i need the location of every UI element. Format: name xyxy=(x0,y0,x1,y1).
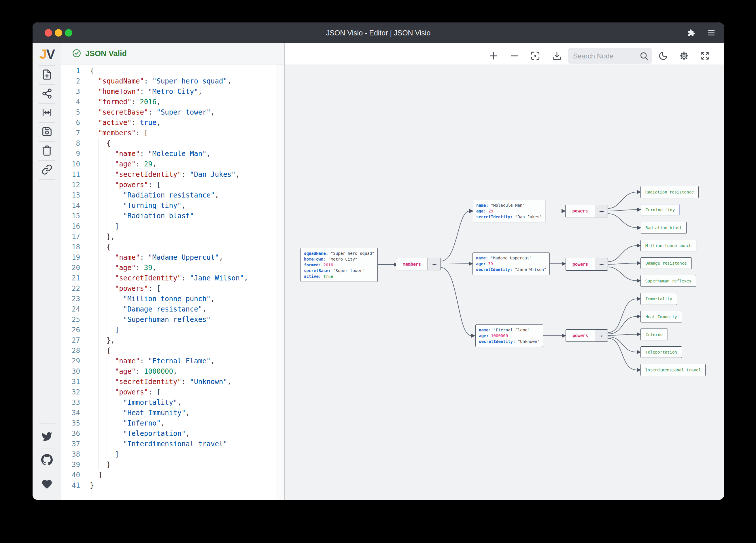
share-link-button[interactable] xyxy=(41,164,53,176)
code-line[interactable]: 29 "name": "Eternal Flame", xyxy=(61,356,284,366)
code-line[interactable]: 35 "Inferno", xyxy=(61,418,284,428)
code-line[interactable]: 28 { xyxy=(61,345,284,356)
editor-scrollbar[interactable] xyxy=(276,65,284,500)
code-line[interactable]: 5 "secretBase": "Super tower", xyxy=(61,107,284,118)
code-line[interactable]: 14 "Turning tiny", xyxy=(61,201,284,211)
validation-status: JSON Valid xyxy=(61,43,284,65)
app-logo[interactable]: JV xyxy=(33,47,61,62)
collapse-button[interactable]: →← xyxy=(595,205,608,217)
github-link[interactable] xyxy=(41,454,53,466)
download-button[interactable] xyxy=(552,51,562,61)
code-line[interactable]: 12 "powers": [ xyxy=(61,180,284,190)
code-line[interactable]: 33 "Immortality", xyxy=(61,397,284,408)
code-line[interactable]: 9 "name": "Molecule Man", xyxy=(61,149,284,159)
node-power-leaf[interactable]: Radiation resistance xyxy=(640,186,699,198)
code-line[interactable]: 30 "age": 1000000, xyxy=(61,366,284,376)
code-line[interactable]: 34 "Heat Immunity", xyxy=(61,408,284,418)
heart-icon xyxy=(41,478,53,491)
divider xyxy=(39,122,55,123)
code-line[interactable]: 16 ] xyxy=(61,221,284,232)
node-powers-0[interactable]: powers →← xyxy=(565,205,608,218)
code-line[interactable]: 22 "powers": [ xyxy=(61,283,284,294)
node-powers-label: powers xyxy=(566,330,595,341)
code-line[interactable]: 6 "active": true, xyxy=(61,118,284,128)
code-line[interactable]: 27 }, xyxy=(61,335,284,345)
code-line[interactable]: 20 "age": 39, xyxy=(61,263,284,273)
fullscreen-button[interactable] xyxy=(700,51,710,61)
code-line[interactable]: 36 "Teleportation", xyxy=(61,428,284,439)
delete-button[interactable] xyxy=(41,145,53,157)
node-power-leaf[interactable]: Superhuman reflexes xyxy=(640,275,696,287)
code-line[interactable]: 38 ] xyxy=(61,449,284,459)
code-line[interactable]: 26 ] xyxy=(61,325,284,335)
node-power-leaf-selected[interactable]: Turning tiny xyxy=(641,204,680,215)
settings-button[interactable] xyxy=(679,51,689,61)
code-line[interactable]: 25 "Superhuman reflexes" xyxy=(61,314,284,325)
twitter-link[interactable] xyxy=(41,430,53,443)
node-power-leaf[interactable]: Interdimensional travel xyxy=(640,364,706,376)
collapse-button[interactable]: →← xyxy=(595,258,608,271)
code-line[interactable]: 1{ xyxy=(61,66,284,76)
extensions-icon[interactable] xyxy=(686,28,696,38)
code-line[interactable]: 2 "squadName": "Super hero squad", xyxy=(61,76,284,86)
graph-view-button[interactable] xyxy=(41,88,53,100)
code-line[interactable]: 7 "members": [ xyxy=(61,128,284,138)
code-line[interactable]: 32 "powers": [ xyxy=(61,387,284,397)
code-line[interactable]: 39 } xyxy=(61,459,284,470)
code-line[interactable]: 31 "secretIdentity": "Unknown", xyxy=(61,376,284,387)
search-icon[interactable] xyxy=(639,51,649,62)
code-editor[interactable]: 1{2 "squadName": "Super hero squad",3 "h… xyxy=(61,65,284,500)
zoom-out-button[interactable] xyxy=(509,51,520,61)
node-member-2[interactable]: name: "Eternal Flame"age: 1000000secretI… xyxy=(475,324,543,347)
focus-view-button[interactable] xyxy=(530,51,540,61)
node-power-leaf[interactable]: Million tonne punch xyxy=(640,240,696,252)
code-line[interactable]: 37 "Interdimensional travel" xyxy=(61,439,284,449)
node-member-0[interactable]: name: "Molecule Man"age: 29secretIdentit… xyxy=(473,200,545,222)
code-line[interactable]: 13 "Radiation resistance", xyxy=(61,190,284,201)
code-line[interactable]: 18 { xyxy=(61,242,284,252)
divider xyxy=(39,141,55,142)
save-button[interactable] xyxy=(41,126,53,138)
code-line[interactable]: 4 "formed": 2016, xyxy=(61,97,284,107)
code-line[interactable]: 17 }, xyxy=(61,232,284,242)
node-power-leaf[interactable]: Damage resistance xyxy=(640,258,692,269)
node-powers-2[interactable]: powers →← xyxy=(566,329,608,342)
node-power-leaf[interactable]: Immortality xyxy=(640,293,677,305)
code-line[interactable]: 21 "secretIdentity": "Jane Wilson", xyxy=(61,273,284,283)
download-icon xyxy=(552,51,562,62)
node-power-leaf[interactable]: Heat Immunity xyxy=(640,311,682,322)
collapse-button[interactable]: →← xyxy=(428,258,441,270)
node-power-leaf[interactable]: Inferno xyxy=(640,328,668,340)
code-line[interactable]: 11 "secretIdentity": "Dan Jukes", xyxy=(61,169,284,180)
dark-mode-toggle[interactable] xyxy=(658,51,668,61)
new-document-button[interactable] xyxy=(41,69,53,81)
focus-icon xyxy=(530,51,540,62)
zoom-in-button[interactable] xyxy=(488,51,499,61)
search-node-box xyxy=(568,48,652,64)
code-line[interactable]: 8 { xyxy=(61,138,284,149)
code-line[interactable]: 19 "name": "Madame Uppercut", xyxy=(61,252,284,263)
node-power-leaf[interactable]: Radiation blast xyxy=(641,222,687,234)
node-members[interactable]: members →← xyxy=(396,258,441,271)
node-root[interactable]: squadName: "Super hero squad"homeTown: "… xyxy=(300,248,378,282)
code-line[interactable]: 10 "age": 29, xyxy=(61,159,284,169)
code-line[interactable]: 15 "Radiation blast" xyxy=(61,211,284,221)
menu-icon[interactable] xyxy=(706,28,717,38)
moon-icon xyxy=(658,51,668,62)
app-window: JSON Visio - Editor | JSON Visio JV xyxy=(33,22,724,500)
graph-canvas[interactable]: squadName: "Super hero squad"homeTown: "… xyxy=(285,43,724,500)
code-line[interactable]: 23 "Million tonne punch", xyxy=(61,294,284,304)
node-power-leaf[interactable]: Teleportation xyxy=(640,346,682,358)
collapse-button[interactable]: →← xyxy=(595,330,608,341)
code-line[interactable]: 24 "Damage resistance", xyxy=(61,304,284,314)
sidebar: JV xyxy=(33,43,62,500)
node-powers-1[interactable]: powers →← xyxy=(566,258,608,271)
valid-check-icon xyxy=(72,49,81,59)
code-line[interactable]: 40 ] xyxy=(61,470,284,480)
center-view-button[interactable] xyxy=(41,107,53,119)
search-node-input[interactable] xyxy=(568,48,640,64)
node-member-1[interactable]: name: "Madame Uppercut"age: 39secretIden… xyxy=(473,253,550,275)
code-line[interactable]: 41} xyxy=(61,480,284,491)
code-line[interactable]: 3 "homeTown": "Metro City", xyxy=(61,86,284,97)
sponsor-link[interactable] xyxy=(41,478,53,491)
